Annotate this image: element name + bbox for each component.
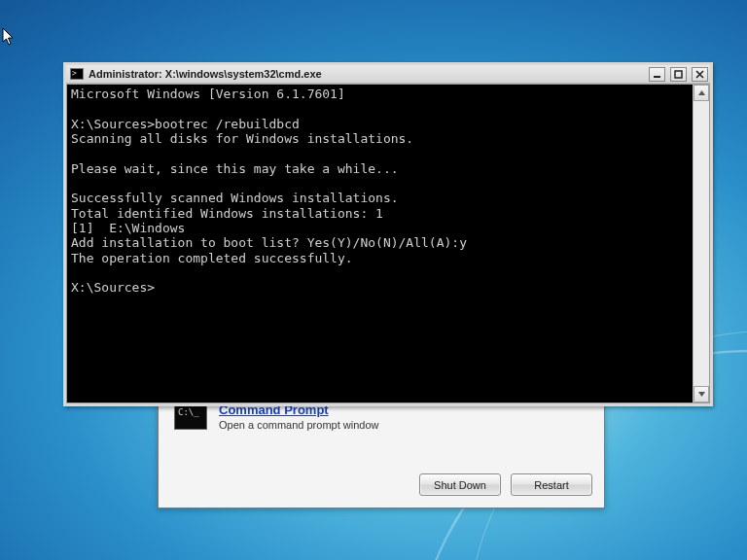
restart-button[interactable]: Restart [511,473,592,496]
cmd-body: Microsoft Windows [Version 6.1.7601] X:\… [66,84,710,403]
svg-rect-0 [654,76,660,78]
scrollbar-track[interactable] [694,101,709,386]
shut-down-button[interactable]: Shut Down [419,473,501,496]
scroll-down-button[interactable] [694,386,709,402]
maximize-button[interactable] [670,67,687,82]
scroll-up-button[interactable] [694,85,709,101]
recovery-item-text: Command Prompt Open a command prompt win… [219,402,378,431]
svg-rect-1 [675,71,682,78]
cmd-app-icon [70,68,84,80]
window-title: Administrator: X:\windows\system32\cmd.e… [89,68,644,80]
recovery-button-row: Shut Down Restart [159,473,604,508]
command-prompt-icon [174,404,207,430]
vertical-scrollbar[interactable] [693,85,709,402]
recovery-options-panel: Command Prompt Open a command prompt win… [158,394,605,508]
minimize-button[interactable] [649,67,665,82]
cmd-output[interactable]: Microsoft Windows [Version 6.1.7601] X:\… [67,85,693,402]
close-button[interactable] [692,67,708,82]
titlebar[interactable]: Administrator: X:\windows\system32\cmd.e… [66,65,710,84]
command-prompt-description: Open a command prompt window [219,419,378,431]
cursor-icon [2,27,16,47]
cmd-window: Administrator: X:\windows\system32\cmd.e… [63,62,713,406]
